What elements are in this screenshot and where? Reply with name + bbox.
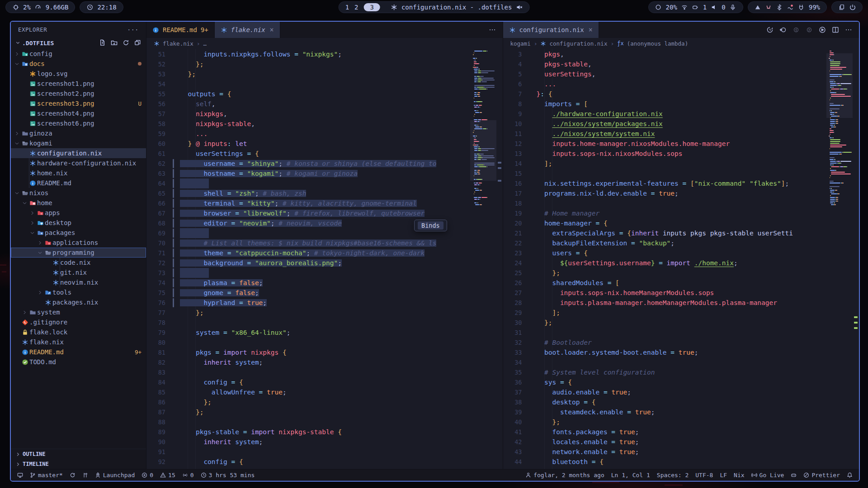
status-sync-changes[interactable]: [70, 472, 75, 478]
run-icon[interactable]: [819, 26, 826, 34]
network-triangle-icon[interactable]: [755, 4, 761, 11]
code-line-71[interactable]: 71 theme = "catppuccin-mocha"; # tokyo-n…: [146, 248, 503, 258]
more-actions-icon[interactable]: [489, 26, 496, 34]
breadcrumb-item[interactable]: flake.nix: [163, 40, 193, 47]
tree-item--gitignore[interactable]: .gitignore: [11, 317, 146, 327]
status-remote-indicator[interactable]: [17, 472, 23, 478]
session-module[interactable]: [831, 1, 863, 13]
code-line-79[interactable]: 79 system = "x86_64-linux";: [146, 328, 503, 338]
code-line-8[interactable]: 8 imports = [: [503, 99, 859, 109]
status-prettier[interactable]: Prettier: [803, 472, 840, 479]
status-cursor-position[interactable]: Ln 1, Col 1: [611, 472, 650, 479]
tree-item-screenshot6-png[interactable]: screenshot6.png: [11, 118, 146, 128]
code-line-44[interactable]: 44 bluetooth = {: [503, 457, 859, 467]
code-line-73[interactable]: 73: [146, 268, 503, 278]
status-compare-changes[interactable]: [82, 472, 88, 478]
code-line-27[interactable]: 27 inputs.sops-nix.homeManagerModules.so…: [503, 288, 859, 298]
code-line-82[interactable]: 82 inherit system;: [146, 357, 503, 367]
code-line-15[interactable]: 15: [503, 169, 859, 178]
code-line-24[interactable]: 24 ${userSettings.username} = import ./h…: [503, 258, 859, 268]
code-line-63[interactable]: 63 hostname = "kogami"; # kogami or gino…: [146, 169, 503, 178]
tree-item-readme-md[interactable]: README.md9+: [11, 347, 146, 357]
code-line-5[interactable]: 5 userSettings,: [503, 69, 859, 79]
code-line-43[interactable]: 43 network.enable = true;: [503, 447, 859, 457]
overview-ruler[interactable]: [853, 49, 859, 469]
code-line-64[interactable]: 64: [146, 178, 503, 188]
code-line-51[interactable]: 51 inputs.nixpkgs.follows = "nixpkgs";: [146, 49, 503, 59]
code-line-17[interactable]: 17 programs.nix-ld.dev.enable = true;: [503, 188, 859, 198]
tree-item-screenshot3-png[interactable]: screenshot3.pngU: [11, 99, 146, 108]
code-line-78[interactable]: 78: [146, 318, 503, 328]
code-line-42[interactable]: 42 locales.enable = true;: [503, 437, 859, 447]
code-line-21[interactable]: 21 extraSpecialArgs = {inherit inputs pk…: [503, 228, 859, 238]
tree-item-nixos[interactable]: nixos: [11, 188, 146, 198]
code-line-72[interactable]: 72 background = "aurora_borealis.png";: [146, 258, 503, 268]
code-line-19[interactable]: 19 # Home manager: [503, 208, 859, 218]
code-line-33[interactable]: 33 boot.loader.systemd-boot.enable = tru…: [503, 347, 859, 357]
code-line-67[interactable]: 67 browser = "librewolf"; # firefox, lib…: [146, 208, 503, 218]
breadcrumb-item[interactable]: configuration.nix: [549, 40, 607, 47]
code-line-11[interactable]: 11 ../nixos/system/system.nix: [503, 129, 859, 139]
code-line-80[interactable]: 80: [146, 338, 503, 347]
code-line-30[interactable]: 30 };: [503, 318, 859, 328]
minimap-slider[interactable]: [470, 120, 496, 181]
tree-item-ginoza[interactable]: ginoza: [11, 128, 146, 138]
refresh-explorer-icon[interactable]: [123, 39, 130, 47]
tree-item-desktop[interactable]: desktop: [11, 218, 146, 228]
code-line-61[interactable]: 61 userSettings = {: [146, 149, 503, 159]
workspace-root-row[interactable]: .DOTFILES: [11, 37, 146, 49]
status-git-branch[interactable]: master*: [30, 472, 63, 479]
tree-item-logo-svg[interactable]: logo.svg: [11, 69, 146, 79]
code-line-22[interactable]: 22 backupFileExtension = "backup";: [503, 238, 859, 248]
close-icon[interactable]: ×: [270, 26, 274, 34]
code-line-20[interactable]: 20 home-manager = {: [503, 218, 859, 228]
more-actions-icon[interactable]: [845, 26, 853, 34]
code-line-31[interactable]: 31: [503, 328, 859, 338]
workspace-3[interactable]: 3: [364, 3, 380, 11]
code-line-25[interactable]: 25 };: [503, 268, 859, 278]
tab-readme-md[interactable]: README.md9+: [146, 22, 215, 38]
tree-item-flake-lock[interactable]: flake.lock: [11, 327, 146, 337]
tab-configuration-nix[interactable]: configuration.nix×: [503, 22, 599, 38]
tree-item-tools[interactable]: tools: [11, 287, 146, 297]
code-line-54[interactable]: 54: [146, 79, 503, 89]
paw-app-icon[interactable]: [765, 4, 772, 11]
code-line-75[interactable]: 75 gnome = false;: [146, 288, 503, 298]
code-line-32[interactable]: 32 # Bootloader: [503, 338, 859, 347]
status-indentation[interactable]: Spaces: 2: [657, 472, 689, 479]
code-line-55[interactable]: 55 outputs = {: [146, 89, 503, 99]
next-change-icon[interactable]: [806, 26, 813, 34]
speaker-muted-icon[interactable]: [516, 4, 523, 11]
tree-item-packages[interactable]: packages: [11, 228, 146, 238]
tree-item-apps[interactable]: apps: [11, 208, 146, 218]
code-line-38[interactable]: 38 desktop = {: [503, 397, 859, 407]
code-line-3[interactable]: 3 pkgs,: [503, 49, 859, 59]
status-launchpad[interactable]: Launchpad: [95, 472, 135, 479]
tree-item-system[interactable]: system: [11, 307, 146, 317]
breadcrumb-item[interactable]: kogami: [510, 40, 531, 47]
status-language-mode[interactable]: Nix: [734, 472, 744, 479]
system-tray-module[interactable]: 99%: [748, 1, 827, 13]
status-copilot[interactable]: [791, 472, 797, 478]
code-line-34[interactable]: 34: [503, 357, 859, 367]
code-line-83[interactable]: 83: [146, 367, 503, 377]
tab-flake-nix[interactable]: flake.nix×: [215, 22, 280, 38]
tree-item-packages-nix[interactable]: packages.nix: [11, 297, 146, 307]
code-line-53[interactable]: 53 };: [146, 69, 503, 79]
clipboard-icon[interactable]: [838, 4, 845, 11]
code-line-18[interactable]: 18: [503, 198, 859, 208]
minimap-slider[interactable]: [826, 53, 853, 118]
code-line-56[interactable]: 56 self,: [146, 99, 503, 109]
status-coding-time[interactable]: 3 hrs 53 mins: [201, 472, 255, 479]
tree-item-screenshot4-png[interactable]: screenshot4.png: [11, 108, 146, 118]
code-line-85[interactable]: 85 allowUnfree = true;: [146, 387, 503, 397]
timeline-section[interactable]: TIMELINE: [11, 459, 146, 469]
code-line-93[interactable]: 93 allowUnfree = true;: [146, 467, 503, 469]
code-line-4[interactable]: 4 pkgs-stable,: [503, 59, 859, 69]
code-line-65[interactable]: 65 shell = "zsh"; # bash, zsh: [146, 188, 503, 198]
code-line-37[interactable]: 37 audio.enable = true;: [503, 387, 859, 397]
prev-change-icon[interactable]: [793, 26, 800, 34]
code-line-87[interactable]: 87 };: [146, 407, 503, 417]
code-line-29[interactable]: 29 ];: [503, 308, 859, 318]
tree-item-todo-md[interactable]: TODO.md: [11, 357, 146, 367]
